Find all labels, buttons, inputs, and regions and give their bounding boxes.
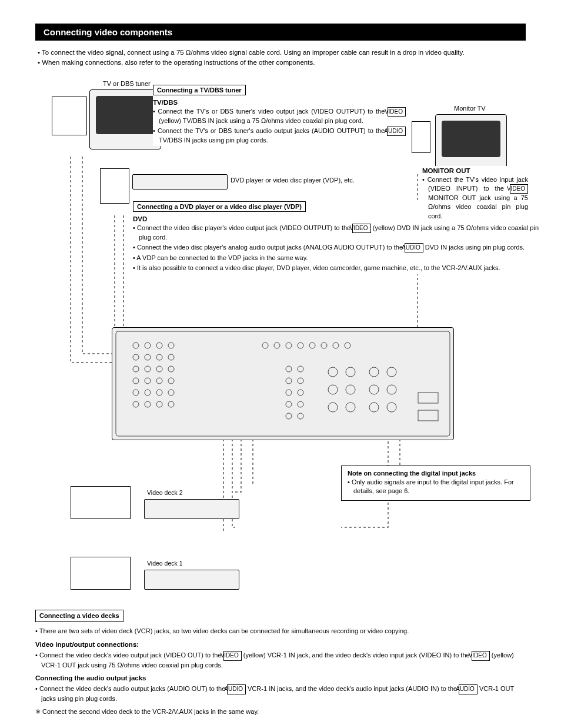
svg-point-13 [133, 378, 139, 384]
svg-point-16 [168, 378, 174, 384]
video-label: VIDEO [223, 651, 242, 661]
audio-label: AUDIO [405, 243, 423, 252]
video-label: VIDEO [388, 107, 406, 117]
svg-point-53 [369, 403, 379, 412]
monitor-out-head: MONITOR OUT [422, 167, 528, 174]
monitor-out-block: MONITOR OUT Connect the TV's video input… [422, 166, 528, 222]
section-title: Connecting video components [35, 24, 526, 41]
svg-point-29 [309, 343, 315, 348]
svg-point-21 [133, 401, 139, 407]
svg-point-40 [298, 401, 303, 407]
svg-point-20 [168, 390, 174, 395]
svg-point-23 [156, 401, 162, 407]
svg-rect-0 [116, 331, 450, 436]
video-label: VIDEO [510, 184, 528, 194]
svg-point-8 [168, 354, 174, 360]
svg-point-14 [145, 378, 151, 384]
svg-point-11 [156, 366, 162, 372]
svg-point-52 [387, 385, 396, 394]
svg-point-2 [145, 343, 151, 348]
svg-point-1 [133, 343, 139, 348]
svg-point-46 [346, 385, 355, 394]
dvd-bullet-4: It is also possible to connect a video d… [133, 264, 539, 272]
svg-point-49 [369, 367, 379, 377]
intro-bullet-2: When making connections, also refer to t… [38, 58, 526, 68]
video-deck-2-jack-panel [71, 486, 131, 519]
dvd-bullet-3: A VDP can be connected to the VDP jacks … [133, 254, 539, 262]
svg-point-44 [346, 367, 355, 377]
svg-point-47 [328, 403, 338, 412]
svg-point-19 [156, 390, 162, 395]
dvd-row-caption: DVD player or video disc player (VDP), e… [231, 177, 355, 184]
svg-point-41 [286, 413, 292, 419]
dvd-bullet-1: Connect the video disc player's video ou… [133, 224, 539, 242]
video-label: VIDEO [352, 224, 370, 233]
svg-point-18 [145, 390, 151, 395]
dvd-jack-panel [100, 168, 129, 204]
svg-point-30 [321, 343, 327, 348]
video-deck-2-device [144, 499, 239, 519]
svg-point-4 [168, 343, 174, 348]
svg-point-10 [145, 366, 151, 372]
dvd-player-device [132, 174, 228, 190]
tv-dbs-tuner-device [89, 89, 161, 149]
tv-dbs-tuner-caption: TV or DBS tuner [103, 80, 151, 87]
digital-input-note: Note on connecting the digital input jac… [341, 466, 530, 501]
dvd-bullet-2: Connect the video disc player's analog a… [133, 243, 539, 252]
svg-point-54 [387, 403, 396, 412]
tv-dbs-bullet-1: Connect the TV's or DBS tuner's video ou… [153, 107, 406, 125]
tv-dbs-bullet-2: Connect the TV's or DBS tuner's audio ou… [153, 127, 406, 145]
svg-point-48 [346, 403, 355, 412]
connection-diagram: TV or DBS tuner Monitor TV Connecting a … [35, 80, 526, 598]
svg-point-33 [286, 366, 292, 372]
tv-dbs-head: TV/DBS [153, 99, 406, 106]
video-io-head: Video input/output connections: [35, 640, 526, 650]
svg-point-27 [286, 343, 292, 348]
monitor-tv-jack-panel [412, 121, 430, 153]
audio-label: AUDIO [227, 684, 246, 694]
svg-point-22 [145, 401, 151, 407]
svg-point-38 [298, 390, 303, 395]
second-deck-note: ※ Connect the second video deck to the V… [35, 707, 526, 717]
receiver-rear-panel [112, 327, 454, 440]
svg-point-28 [298, 343, 303, 348]
svg-point-12 [168, 366, 174, 372]
video-io-p: • Connect the video deck's video output … [35, 651, 526, 670]
audio-out-p: • Connect the video deck's audio output … [35, 684, 526, 703]
digital-note-body: Only audio signals are input to the digi… [348, 478, 524, 496]
video-label: VIDEO [472, 651, 490, 661]
video-deck-1-jack-panel [71, 557, 131, 590]
monitor-tv-caption: Monitor TV [454, 105, 486, 112]
svg-point-6 [145, 354, 151, 360]
svg-point-15 [156, 378, 162, 384]
svg-point-9 [133, 366, 139, 372]
connecting-video-decks-section: Connecting a video decks • There are two… [35, 610, 526, 717]
svg-point-39 [286, 401, 292, 407]
svg-point-25 [262, 343, 268, 348]
digital-note-title: Note on connecting the digital input jac… [348, 470, 524, 477]
tv-dbs-jack-panel [52, 97, 87, 135]
monitor-tv-device [435, 114, 507, 171]
svg-rect-56 [418, 410, 438, 421]
video-decks-title: Connecting a video decks [35, 610, 123, 623]
svg-point-24 [168, 401, 174, 407]
svg-point-45 [328, 385, 338, 394]
svg-point-43 [328, 367, 338, 377]
audio-label: AUDIO [459, 684, 477, 694]
audio-label: AUDIO [387, 127, 406, 136]
svg-rect-55 [418, 393, 438, 403]
svg-point-17 [133, 390, 139, 395]
svg-point-50 [387, 367, 396, 377]
svg-point-26 [274, 343, 280, 348]
svg-point-51 [369, 385, 379, 394]
svg-point-42 [298, 413, 303, 419]
svg-point-3 [156, 343, 162, 348]
video-deck-1-label: Video deck 1 [147, 560, 183, 567]
video-decks-p1: • There are two sets of video deck (VCR)… [35, 627, 526, 636]
svg-point-37 [286, 390, 292, 395]
svg-point-35 [286, 378, 292, 384]
audio-out-head: Connecting the audio output jacks [35, 673, 526, 683]
intro-bullet-1: To connect the video signal, connect usi… [38, 48, 526, 58]
svg-point-31 [333, 343, 339, 348]
monitor-out-bullet: Connect the TV's video input jack (VIDEO… [422, 175, 528, 221]
